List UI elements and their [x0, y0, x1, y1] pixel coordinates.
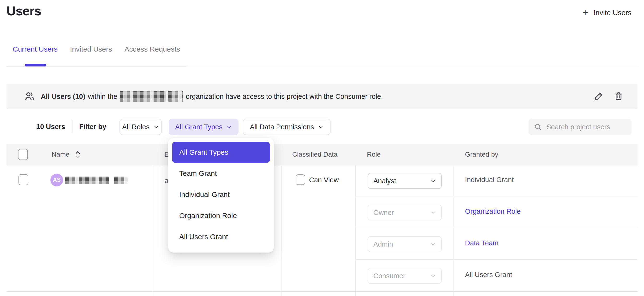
tabs: Current Users Invited Users Access Reque… — [13, 45, 180, 53]
role-select-owner[interactable]: Owner — [368, 204, 442, 220]
role-select-admin[interactable]: Admin — [368, 236, 442, 252]
edit-all-users-grant-button[interactable] — [594, 91, 604, 102]
section-divider — [186, 67, 638, 67]
chevron-down-icon — [430, 241, 436, 247]
filter-divider — [72, 120, 72, 133]
row-divider — [6, 291, 638, 292]
select-row-checkbox[interactable] — [18, 174, 28, 185]
redacted-org-name — [120, 91, 166, 102]
page-title: Users — [6, 3, 41, 18]
menu-item-all-grant-types-selected[interactable]: All Grant Types — [172, 142, 270, 163]
table-header: Name Email Classified Data Role Granted … — [6, 144, 638, 166]
sort-name-icon[interactable] — [74, 150, 81, 160]
select-all-checkbox[interactable] — [18, 149, 28, 160]
banner-text-after: organization have access to this project… — [186, 92, 383, 100]
granted-by-organization-role-link[interactable]: Organization Role — [465, 208, 521, 216]
redacted-org-name-2 — [168, 91, 183, 102]
grant-types-filter-dropdown[interactable]: All Grant Types — [169, 119, 238, 135]
grant-row-divider — [355, 259, 638, 260]
trash-icon — [613, 91, 624, 102]
search-icon — [534, 123, 542, 131]
granted-by-all-users-grant: All Users Grant — [465, 271, 512, 279]
role-select-analyst[interactable]: Analyst — [368, 173, 442, 189]
chevron-down-icon — [153, 124, 159, 130]
can-view-checkbox[interactable] — [296, 174, 305, 185]
granted-by-data-team-link[interactable]: Data Team — [465, 239, 498, 247]
chevron-down-icon — [226, 124, 232, 130]
delete-all-users-grant-button[interactable] — [613, 91, 624, 102]
grant-row-divider — [355, 228, 638, 228]
avatar: AS — [50, 174, 63, 186]
menu-item-individual-grant[interactable]: Individual Grant — [172, 184, 270, 205]
granted-by-individual-grant: Individual Grant — [465, 176, 514, 184]
redacted-user-name — [65, 176, 128, 184]
search-box — [528, 119, 632, 135]
table-row: AS a Can View Analyst Owner Admin Consum… — [6, 166, 638, 296]
grant-types-filter-label: All Grant Types — [175, 123, 223, 131]
tab-strip-divider — [6, 66, 186, 67]
banner-bold-text: All Users (10) — [41, 92, 85, 100]
column-header-granted-by: Granted by — [465, 151, 498, 158]
column-header-name: Name — [52, 151, 70, 158]
can-view-label: Can View — [309, 176, 339, 184]
banner-actions — [594, 91, 624, 102]
grant-row-divider — [355, 196, 638, 196]
data-permissions-filter-dropdown[interactable]: All Data Permissions — [243, 119, 331, 135]
tab-current-users[interactable]: Current Users — [13, 45, 58, 53]
role-select-consumer[interactable]: Consumer — [368, 268, 442, 284]
active-tab-indicator — [25, 64, 46, 66]
users-group-icon — [24, 91, 36, 102]
plus-icon: + — [583, 8, 589, 18]
chevron-down-icon — [430, 273, 436, 279]
chevron-down-icon — [430, 210, 436, 216]
menu-item-all-users-grant[interactable]: All Users Grant — [172, 226, 270, 247]
menu-item-organization-role[interactable]: Organization Role — [172, 205, 270, 226]
column-header-role: Role — [367, 151, 381, 158]
search-input[interactable] — [546, 123, 628, 131]
all-users-banner: All Users (10) within the organization h… — [6, 84, 638, 109]
invite-users-label: Invite Users — [594, 9, 632, 17]
menu-item-team-grant[interactable]: Team Grant — [172, 163, 270, 184]
chevron-down-icon — [318, 124, 324, 130]
pencil-icon — [594, 91, 604, 102]
user-email: a — [164, 177, 168, 185]
roles-filter-label: All Roles — [122, 123, 150, 131]
column-divider — [282, 166, 282, 296]
tab-access-requests[interactable]: Access Requests — [124, 45, 180, 53]
column-header-classified-data: Classified Data — [292, 151, 337, 158]
column-divider — [152, 166, 152, 296]
chevron-down-icon — [430, 178, 436, 184]
tab-invited-users[interactable]: Invited Users — [70, 45, 112, 53]
banner-text-before: within the — [88, 92, 117, 100]
user-count: 10 Users — [36, 123, 65, 131]
banner-text: All Users (10) within the organization h… — [41, 91, 383, 102]
filter-by-label: Filter by — [79, 123, 106, 131]
invite-users-button[interactable]: + Invite Users — [583, 8, 632, 18]
column-divider — [355, 166, 356, 296]
column-divider — [453, 166, 454, 296]
roles-filter-dropdown[interactable]: All Roles — [120, 119, 162, 135]
grant-types-dropdown-menu: All Grant Types Team Grant Individual Gr… — [168, 138, 274, 252]
data-permissions-filter-label: All Data Permissions — [250, 123, 314, 131]
